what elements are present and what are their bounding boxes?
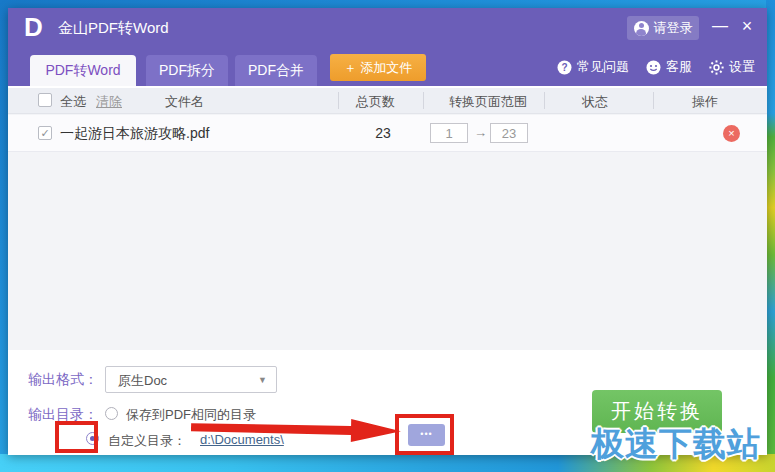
col-range: 转换页面范围: [449, 93, 527, 111]
output-format-select[interactable]: 原生Doc ▼: [105, 366, 277, 393]
svg-text:?: ?: [561, 62, 567, 73]
chevron-down-icon: ▼: [258, 375, 267, 385]
annotation-arrow: [191, 414, 403, 445]
annotation-highlight-browse: [395, 414, 454, 455]
login-button[interactable]: 请登录: [627, 16, 699, 40]
select-all-label: 全选: [60, 93, 86, 111]
faq-label: 常见问题: [577, 58, 629, 76]
row-filename: 一起游日本旅游攻略.pdf: [60, 125, 209, 143]
tab-pdf-merge[interactable]: PDF合并: [235, 55, 317, 86]
support-button[interactable]: 客服: [646, 58, 692, 76]
settings-button[interactable]: 设置: [709, 58, 755, 76]
close-button[interactable]: ×: [738, 16, 756, 37]
tab-bar: PDF转Word PDF拆分 PDF合并 ＋ 添加文件 ? 常见问题 客服 设置: [8, 48, 767, 86]
annotation-highlight-radio: [55, 421, 98, 453]
col-total-pages: 总页数: [356, 93, 395, 111]
app-logo-icon: D: [24, 12, 43, 43]
tab-pdf-split[interactable]: PDF拆分: [146, 55, 228, 86]
range-arrow-icon: →: [474, 125, 487, 140]
row-total-pages: 23: [368, 125, 398, 141]
col-status: 状态: [582, 93, 608, 111]
support-smiley-icon: [646, 60, 661, 75]
tab-pdf-to-word[interactable]: PDF转Word: [30, 55, 136, 86]
question-icon: ?: [557, 60, 572, 75]
table-row: ✓ 一起游日本旅游攻略.pdf 23 → ×: [8, 115, 767, 152]
output-format-label: 输出格式：: [28, 371, 98, 389]
range-to-input[interactable]: [490, 123, 528, 143]
watermark-text: 极速下载站: [591, 422, 761, 467]
tab-menu: ? 常见问题 客服 设置: [557, 48, 755, 86]
clear-link[interactable]: 清除: [96, 93, 122, 111]
minimize-button[interactable]: —: [711, 17, 729, 35]
select-all-checkbox[interactable]: [38, 93, 52, 107]
title-bar: D 金山PDF转Word 请登录 — ×: [8, 8, 767, 48]
same-dir-radio[interactable]: [105, 407, 118, 420]
add-file-button[interactable]: ＋ 添加文件: [330, 54, 426, 81]
range-from-input[interactable]: [430, 123, 468, 143]
custom-dir-option-label: 自定义目录：: [108, 432, 186, 450]
col-filename: 文件名: [165, 93, 204, 111]
app-window: D 金山PDF转Word 请登录 — × PDF转Word PDF拆分 PDF合…: [8, 8, 767, 455]
file-list-area: 全选 清除 文件名 总页数 转换页面范围 状态 操作 ✓ 一起游日本旅游攻略.p…: [8, 88, 767, 350]
faq-button[interactable]: ? 常见问题: [557, 58, 629, 76]
window-title: 金山PDF转Word: [58, 19, 169, 38]
plus-icon: ＋: [344, 60, 357, 75]
user-icon: [634, 21, 649, 36]
delete-file-button[interactable]: ×: [723, 125, 740, 142]
support-label: 客服: [666, 58, 692, 76]
add-file-label: 添加文件: [360, 60, 412, 75]
desktop-background-right: [766, 0, 775, 472]
table-header: 全选 清除 文件名 总页数 转换页面范围 状态 操作: [8, 88, 767, 114]
login-label: 请登录: [654, 19, 693, 37]
output-format-value: 原生Doc: [118, 372, 167, 390]
row-checkbox[interactable]: ✓: [38, 126, 52, 140]
settings-label: 设置: [729, 58, 755, 76]
col-action: 操作: [692, 93, 718, 111]
gear-icon: [709, 60, 724, 75]
